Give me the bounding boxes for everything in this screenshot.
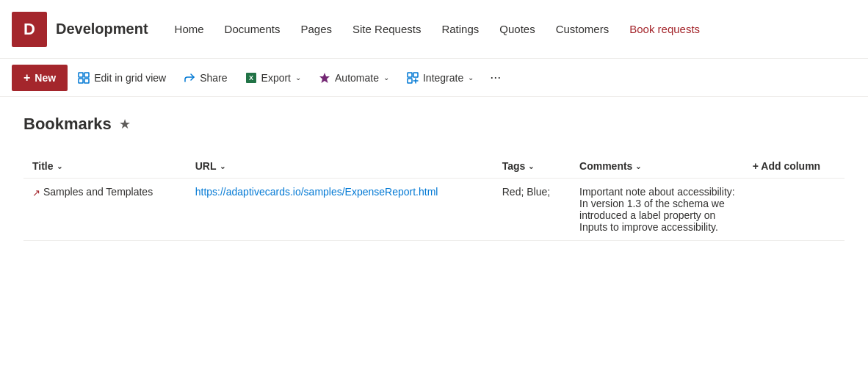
automate-icon bbox=[319, 72, 330, 84]
svg-rect-6 bbox=[408, 73, 412, 77]
share-icon bbox=[184, 72, 195, 84]
svg-rect-7 bbox=[413, 73, 418, 77]
svg-rect-3 bbox=[84, 79, 89, 83]
cell-tags: Red; Blue; bbox=[493, 179, 571, 241]
plus-icon: + bbox=[23, 71, 30, 84]
nav-item-site-requests[interactable]: Site Requests bbox=[344, 17, 430, 41]
automate-chevron-icon: ⌄ bbox=[383, 73, 389, 82]
export-label: Export bbox=[261, 72, 291, 84]
favorite-star-icon[interactable]: ★ bbox=[119, 116, 131, 132]
automate-button[interactable]: Automate ⌄ bbox=[311, 65, 397, 91]
nav-item-quotes[interactable]: Quotes bbox=[491, 17, 543, 41]
nav-item-book-requests[interactable]: Book requests bbox=[621, 17, 709, 41]
integrate-label: Integrate bbox=[423, 72, 463, 84]
table-header: Title ⌄ URL ⌄ Tags ⌄ bbox=[23, 154, 845, 179]
nav-item-documents[interactable]: Documents bbox=[216, 17, 289, 41]
svg-rect-8 bbox=[408, 79, 412, 83]
row-indicator-icon: ↗ bbox=[32, 187, 40, 198]
edit-grid-button[interactable]: Edit in grid view bbox=[70, 65, 173, 91]
svg-rect-1 bbox=[84, 73, 89, 77]
cell-url: https://adaptivecards.io/samples/Expense… bbox=[187, 179, 493, 241]
new-button[interactable]: + New bbox=[12, 65, 68, 91]
svg-text:X: X bbox=[249, 74, 253, 82]
table-row: ↗ Samples and Templates https://adaptive… bbox=[23, 179, 845, 241]
edit-grid-label: Edit in grid view bbox=[94, 72, 166, 84]
more-icon: ··· bbox=[490, 70, 501, 85]
more-button[interactable]: ··· bbox=[484, 65, 507, 91]
share-label: Share bbox=[200, 72, 227, 84]
export-button[interactable]: X Export ⌄ bbox=[238, 65, 308, 91]
page-content: Bookmarks ★ Title ⌄ URL ⌄ bbox=[0, 97, 868, 259]
nav-item-customers[interactable]: Customers bbox=[547, 17, 618, 41]
integrate-icon bbox=[407, 72, 419, 84]
col-header-url[interactable]: URL ⌄ bbox=[187, 154, 493, 179]
export-chevron-icon: ⌄ bbox=[295, 73, 301, 82]
share-button[interactable]: Share bbox=[176, 65, 234, 91]
integrate-chevron-icon: ⌄ bbox=[468, 73, 474, 82]
site-title: Development bbox=[56, 21, 148, 37]
svg-rect-0 bbox=[79, 73, 83, 77]
cell-comments: Important note about accessibility: In v… bbox=[571, 179, 744, 241]
tags-sort-icon: ⌄ bbox=[528, 162, 534, 170]
integrate-button[interactable]: Integrate ⌄ bbox=[399, 65, 481, 91]
table-header-row: Title ⌄ URL ⌄ Tags ⌄ bbox=[23, 154, 845, 179]
automate-label: Automate bbox=[335, 72, 379, 84]
new-label: New bbox=[35, 72, 56, 84]
nav-item-ratings[interactable]: Ratings bbox=[433, 17, 488, 41]
header: D Development HomeDocumentsPagesSite Req… bbox=[0, 0, 868, 59]
toolbar: + New Edit in grid view Share X bbox=[0, 59, 868, 97]
svg-rect-2 bbox=[79, 79, 83, 83]
col-header-title[interactable]: Title ⌄ bbox=[23, 154, 187, 179]
nav-item-home[interactable]: Home bbox=[166, 17, 213, 41]
grid-icon bbox=[78, 72, 90, 84]
site-logo: D bbox=[12, 12, 47, 47]
cell-empty bbox=[744, 179, 845, 241]
main-nav: HomeDocumentsPagesSite RequestsRatingsQu… bbox=[166, 17, 856, 41]
page-title: Bookmarks bbox=[23, 115, 112, 134]
export-icon: X bbox=[245, 72, 257, 84]
page-heading: Bookmarks ★ bbox=[23, 115, 845, 134]
logo-letter: D bbox=[23, 20, 35, 39]
add-column-button[interactable]: + Add column bbox=[744, 154, 845, 179]
comments-sort-icon: ⌄ bbox=[635, 162, 641, 170]
title-sort-icon: ⌄ bbox=[57, 162, 62, 170]
table-body: ↗ Samples and Templates https://adaptive… bbox=[23, 179, 845, 241]
bookmarks-table: Title ⌄ URL ⌄ Tags ⌄ bbox=[23, 154, 845, 241]
url-sort-icon: ⌄ bbox=[220, 162, 225, 170]
col-header-tags[interactable]: Tags ⌄ bbox=[493, 154, 571, 179]
col-header-comments[interactable]: Comments ⌄ bbox=[571, 154, 744, 179]
cell-title: ↗ Samples and Templates bbox=[23, 179, 187, 241]
nav-item-pages[interactable]: Pages bbox=[292, 17, 341, 41]
